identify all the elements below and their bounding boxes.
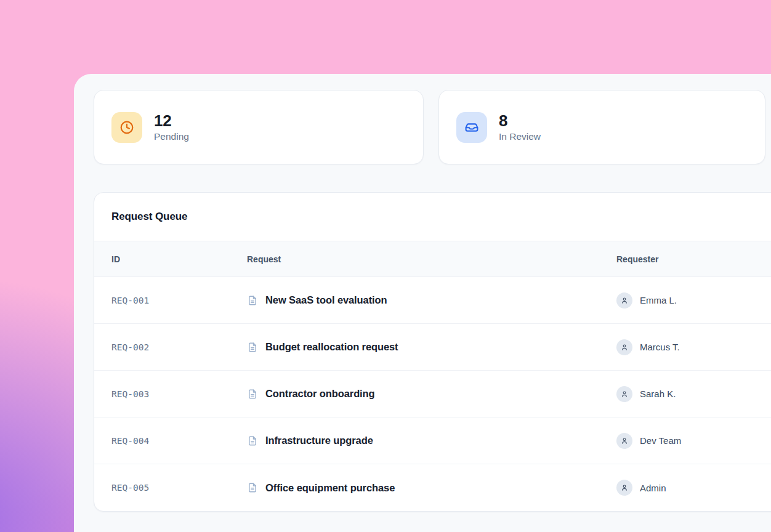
file-text-icon	[247, 389, 258, 400]
request-title: Contractor onboarding	[265, 388, 375, 400]
requester-name: Marcus T.	[640, 342, 680, 352]
file-text-icon	[247, 482, 258, 493]
in-review-count: 8	[499, 112, 541, 130]
avatar	[616, 386, 632, 402]
stat-card-pending: 12 Pending	[94, 90, 424, 164]
in-review-label: In Review	[499, 131, 541, 142]
request-id: REQ-003	[94, 389, 247, 399]
card-title-row: Request Queue	[94, 193, 771, 241]
page-title: Request Queue	[111, 211, 187, 223]
stats-row: 12 Pending 8 In Review	[94, 90, 765, 164]
table-row[interactable]: REQ-003 Contractor onboarding Sarah K.	[94, 371, 771, 417]
stat-text: 12 Pending	[154, 112, 189, 143]
request-id: REQ-004	[94, 436, 247, 446]
request-title: Infrastructure upgrade	[265, 435, 373, 446]
requester-name: Sarah K.	[640, 389, 676, 399]
avatar	[616, 339, 632, 355]
pending-count: 12	[154, 112, 189, 130]
file-text-icon	[247, 342, 258, 353]
file-text-icon	[247, 435, 258, 446]
requester-name: Admin	[640, 483, 666, 493]
avatar	[616, 480, 632, 496]
column-header-id: ID	[94, 254, 247, 264]
table-header-row: ID Request Requester	[94, 241, 771, 277]
request-queue-card: Request Queue ID Request Requester REQ-0…	[94, 192, 771, 512]
request-id: REQ-002	[94, 342, 247, 352]
table-row[interactable]: REQ-002 Budget reallocation request Marc…	[94, 324, 771, 371]
request-title: Office equipment purchase	[265, 482, 395, 494]
request-id: REQ-001	[94, 296, 247, 305]
avatar	[616, 292, 632, 308]
dashboard-page: { "stats": [ { "value": "12", "label": "…	[0, 0, 771, 532]
request-id: REQ-005	[94, 483, 247, 493]
requester-name: Emma L.	[640, 295, 677, 305]
file-text-icon	[247, 295, 258, 306]
column-header-requester: Requester	[616, 254, 771, 264]
table-row[interactable]: REQ-001 New SaaS tool evaluation Emma L.	[94, 277, 771, 324]
pending-label: Pending	[154, 131, 189, 142]
inbox-icon	[456, 112, 487, 143]
stat-card-in-review: 8 In Review	[438, 90, 765, 164]
request-title: Budget reallocation request	[265, 341, 398, 353]
clock-icon	[111, 112, 142, 143]
table-row[interactable]: REQ-005 Office equipment purchase Admin	[94, 464, 771, 511]
stat-text: 8 In Review	[499, 112, 541, 143]
request-title: New SaaS tool evaluation	[265, 294, 387, 306]
table-row[interactable]: REQ-004 Infrastructure upgrade Dev Team	[94, 417, 771, 464]
column-header-request: Request	[247, 254, 616, 264]
requester-name: Dev Team	[640, 435, 681, 446]
avatar	[616, 433, 632, 449]
